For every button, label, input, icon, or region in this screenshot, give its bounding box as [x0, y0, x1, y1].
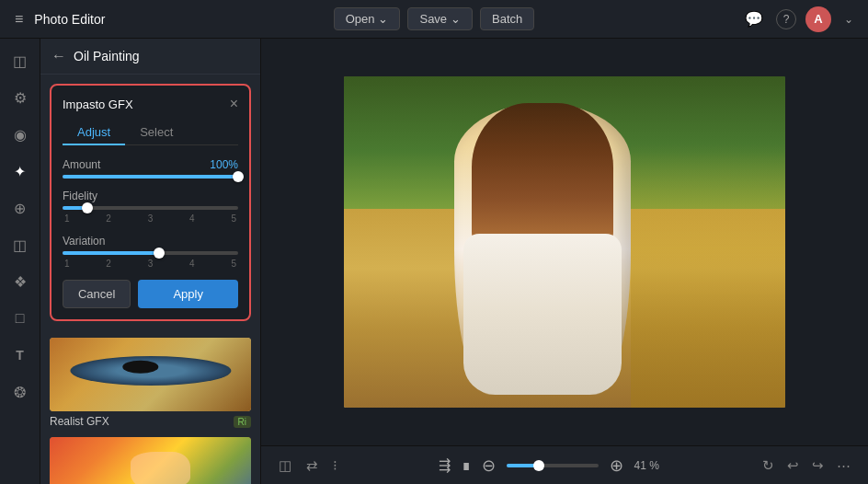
- undo-icon[interactable]: ↩: [784, 455, 802, 477]
- effects-list: Realist GFX Ri Oil Painting 4: [40, 330, 260, 484]
- main-area: ◫ ⚙ ◉ ✦ ⊕ ◫ ❖ □ T ❂ ← Oil Painting Impas…: [0, 39, 868, 484]
- card-title: Impasto GFX: [63, 98, 133, 111]
- amount-value: 100%: [210, 158, 238, 171]
- effect-thumbnail: [50, 437, 251, 484]
- hamburger-icon[interactable]: ≡: [11, 7, 27, 31]
- objects-icon[interactable]: ❖: [6, 267, 35, 296]
- effect-thumbnail: [50, 338, 251, 411]
- variation-ticks: 1 2 3 4 5: [63, 259, 238, 269]
- fit-screen-icon[interactable]: ⇶: [439, 456, 451, 474]
- zoom-thumb[interactable]: [533, 460, 544, 471]
- more-icon[interactable]: ⋯: [834, 455, 853, 477]
- open-chevron-icon: ⌄: [378, 12, 388, 26]
- apply-button[interactable]: Apply: [138, 280, 238, 308]
- card-header: Impasto GFX ×: [63, 97, 238, 111]
- panel-header: ← Oil Painting: [40, 39, 260, 75]
- card-popup: Impasto GFX × Adjust Select Amount 100%: [50, 84, 251, 321]
- variation-fill: [63, 251, 159, 255]
- fidelity-slider-row: Fidelity 1 2 3 4 5: [63, 190, 238, 224]
- topbar-right: 💬 ? A ⌄: [534, 6, 857, 32]
- effects-icon[interactable]: ✦: [6, 156, 35, 186]
- bottom-right: ↻ ↩ ↪ ⋯: [760, 455, 853, 477]
- open-button[interactable]: Open ⌄: [334, 7, 401, 30]
- fidelity-thumb[interactable]: [82, 202, 93, 213]
- app-title: Photo Editor: [34, 12, 105, 27]
- variation-thumb[interactable]: [154, 248, 165, 259]
- effect-label-row: Realist GFX Ri: [50, 411, 251, 430]
- tick-5: 5: [231, 213, 236, 224]
- zoom-in-icon[interactable]: ⊕: [610, 455, 623, 476]
- layers-bottom-icon[interactable]: ◫: [276, 455, 294, 477]
- canvas-area: ◫ ⇄ ⁝ ⇶ ∎ ⊖ ⊕ 41 % ↻ ↩ ↪ ⋯: [261, 39, 868, 484]
- effect-name: Realist GFX: [50, 415, 109, 428]
- var-tick-5: 5: [231, 259, 236, 269]
- crop-zoom-icon[interactable]: ∎: [462, 456, 471, 474]
- icon-bar: ◫ ⚙ ◉ ✦ ⊕ ◫ ❖ □ T ❂: [0, 39, 40, 484]
- redo-icon[interactable]: ↪: [809, 455, 827, 477]
- amount-thumb[interactable]: [233, 171, 244, 182]
- zoom-slider[interactable]: [507, 464, 599, 467]
- card-actions: Cancel Apply: [63, 280, 238, 308]
- bottom-left: ◫ ⇄ ⁝: [276, 455, 340, 477]
- panel-title: Oil Painting: [74, 49, 140, 63]
- amount-slider-row: Amount 100%: [63, 158, 238, 179]
- tab-adjust[interactable]: Adjust: [63, 121, 125, 145]
- tab-select[interactable]: Select: [125, 121, 188, 145]
- tick-1: 1: [64, 213, 70, 224]
- list-item[interactable]: Realist GFX Ri: [40, 334, 260, 433]
- variation-track[interactable]: [63, 251, 238, 255]
- bottom-center: ⇶ ∎ ⊖ ⊕ 41 %: [340, 455, 760, 476]
- photo-canvas: [344, 76, 785, 408]
- avatar[interactable]: A: [805, 6, 831, 32]
- adjust-icon[interactable]: ⚙: [6, 83, 35, 112]
- chat-icon[interactable]: 💬: [741, 6, 767, 31]
- tick-4: 4: [189, 213, 195, 224]
- grid-icon[interactable]: ◫: [6, 230, 35, 259]
- var-tick-3: 3: [148, 259, 154, 269]
- amount-label-row: Amount 100%: [63, 158, 238, 171]
- amount-fill: [63, 175, 238, 179]
- star-icon[interactable]: ❂: [6, 377, 35, 407]
- amount-track[interactable]: [63, 175, 238, 179]
- save-label: Save: [419, 12, 447, 26]
- canvas-container: [261, 39, 868, 445]
- variation-label: Variation: [63, 235, 105, 248]
- save-chevron-icon: ⌄: [451, 12, 461, 26]
- fidelity-label-row: Fidelity: [63, 190, 238, 202]
- fidelity-track[interactable]: [63, 206, 238, 210]
- bottom-bar: ◫ ⇄ ⁝ ⇶ ∎ ⊖ ⊕ 41 % ↻ ↩ ↪ ⋯: [261, 445, 868, 484]
- close-button[interactable]: ×: [230, 97, 238, 111]
- batch-label: Batch: [492, 12, 522, 26]
- var-tick-1: 1: [64, 259, 70, 269]
- topbar-center: Open ⌄ Save ⌄ Batch: [334, 7, 535, 30]
- topbar-left: ≡ Photo Editor: [11, 7, 334, 31]
- cancel-button[interactable]: Cancel: [63, 280, 131, 308]
- grid-bottom-icon[interactable]: ⁝: [330, 455, 340, 477]
- eye-icon[interactable]: ◉: [6, 120, 35, 149]
- variation-label-row: Variation: [63, 235, 238, 248]
- help-icon[interactable]: ?: [776, 9, 796, 29]
- batch-button[interactable]: Batch: [480, 7, 534, 30]
- card-tabs: Adjust Select: [63, 121, 238, 145]
- topbar: ≡ Photo Editor Open ⌄ Save ⌄ Batch 💬 ? A…: [0, 0, 868, 39]
- save-button[interactable]: Save ⌄: [407, 7, 473, 30]
- fidelity-ticks: 1 2 3 4 5: [63, 213, 238, 224]
- target-icon[interactable]: ⊕: [6, 193, 35, 223]
- layers-icon[interactable]: ◫: [6, 46, 35, 75]
- camera-icon[interactable]: □: [6, 304, 35, 333]
- list-item[interactable]: Oil Painting 4: [40, 433, 260, 484]
- photo-inner: [344, 76, 785, 408]
- zoom-value: 41 %: [634, 459, 662, 472]
- expand-icon[interactable]: ⌄: [840, 9, 857, 29]
- rotate-icon[interactable]: ↻: [760, 455, 777, 477]
- effect-badge: Ri: [234, 416, 251, 428]
- back-button[interactable]: ←: [51, 48, 66, 64]
- compare-icon[interactable]: ⇄: [303, 455, 321, 477]
- var-tick-2: 2: [106, 259, 111, 269]
- var-tick-4: 4: [189, 259, 195, 269]
- open-label: Open: [346, 12, 375, 26]
- zoom-out-icon[interactable]: ⊖: [482, 455, 496, 476]
- left-panel: ← Oil Painting Impasto GFX × Adjust Sele…: [40, 39, 261, 484]
- text-icon[interactable]: T: [6, 340, 35, 370]
- fidelity-label: Fidelity: [63, 190, 97, 202]
